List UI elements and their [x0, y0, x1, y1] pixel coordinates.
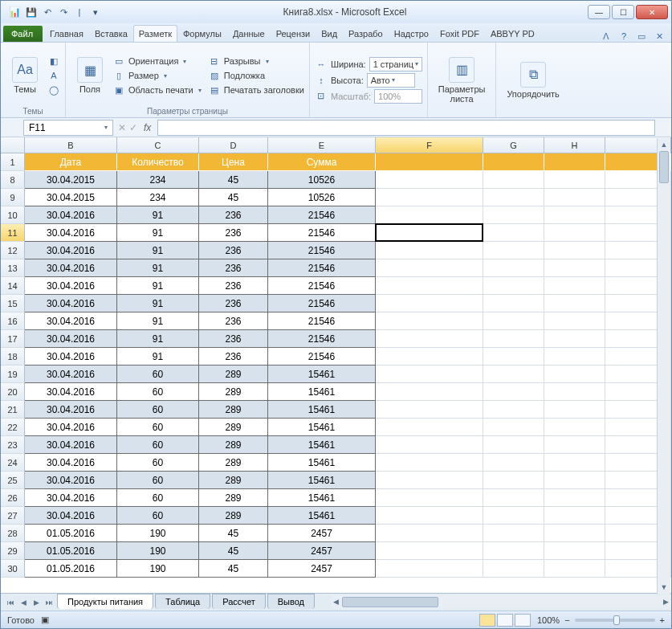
- fonts-button[interactable]: A: [47, 69, 60, 82]
- tab-addins[interactable]: Надстро: [389, 25, 434, 42]
- cell-empty[interactable]: [376, 277, 483, 295]
- cell[interactable]: 15461: [268, 489, 376, 507]
- sheet-tab[interactable]: Рассчет: [212, 594, 266, 609]
- cell-empty[interactable]: [483, 330, 544, 348]
- tab-data[interactable]: Данные: [227, 25, 271, 42]
- cell[interactable]: 91: [117, 348, 199, 366]
- maximize-button[interactable]: ☐: [612, 5, 634, 19]
- row-header[interactable]: 26: [1, 489, 25, 507]
- cell-empty[interactable]: [544, 436, 605, 454]
- name-box[interactable]: F11▾: [23, 120, 113, 136]
- redo-icon[interactable]: ↷: [57, 6, 70, 18]
- cell-empty[interactable]: [544, 366, 605, 383]
- row-header[interactable]: 16: [1, 312, 25, 330]
- header-date[interactable]: Дата: [25, 153, 117, 171]
- header-qty[interactable]: Количество: [117, 153, 199, 171]
- cell[interactable]: 289: [199, 489, 268, 507]
- cell[interactable]: 15461: [268, 401, 376, 419]
- breaks-button[interactable]: ⊟Разрывы▾: [208, 55, 304, 67]
- row-header[interactable]: 11: [1, 224, 25, 242]
- cell-empty[interactable]: [483, 171, 544, 189]
- cell[interactable]: 60: [117, 419, 199, 436]
- cell[interactable]: 30.04.2016: [25, 383, 117, 401]
- cell-empty[interactable]: [544, 472, 605, 489]
- cell-empty[interactable]: [376, 454, 483, 472]
- cell[interactable]: 2457: [268, 525, 376, 542]
- cell[interactable]: 21546: [268, 242, 376, 259]
- cell[interactable]: 2457: [268, 560, 376, 578]
- cell[interactable]: 45: [199, 542, 268, 560]
- cell-empty[interactable]: [376, 295, 483, 312]
- cell[interactable]: 45: [199, 525, 268, 542]
- page-layout-view-button[interactable]: [497, 614, 513, 627]
- cell[interactable]: 30.04.2016: [25, 401, 117, 419]
- themes-button[interactable]: Aa Темы: [6, 46, 44, 105]
- cell[interactable]: 30.04.2016: [25, 330, 117, 348]
- cell[interactable]: 234: [117, 171, 199, 189]
- cell[interactable]: 289: [199, 472, 268, 489]
- cell-empty[interactable]: [483, 259, 544, 277]
- cell[interactable]: 190: [117, 525, 199, 542]
- cell[interactable]: 60: [117, 472, 199, 489]
- cell-empty[interactable]: [544, 224, 605, 242]
- print-area-button[interactable]: ▣Область печати▾: [112, 84, 202, 96]
- cell-empty[interactable]: [544, 560, 605, 578]
- cell-empty[interactable]: [483, 560, 544, 578]
- width-select[interactable]: 1 страниц▾: [369, 57, 422, 71]
- cell[interactable]: 30.04.2016: [25, 472, 117, 489]
- cell-empty[interactable]: [376, 348, 483, 366]
- cell[interactable]: 236: [199, 242, 268, 259]
- cell-empty[interactable]: [544, 189, 605, 206]
- cell[interactable]: 236: [199, 330, 268, 348]
- cell[interactable]: 60: [117, 383, 199, 401]
- col-header-d[interactable]: D: [199, 137, 268, 153]
- cell-empty[interactable]: [376, 242, 483, 259]
- size-button[interactable]: ▯Размер▾: [112, 69, 202, 82]
- cell[interactable]: 30.04.2016: [25, 242, 117, 259]
- cell[interactable]: 21546: [268, 348, 376, 366]
- row-header[interactable]: 8: [1, 171, 25, 189]
- cell-empty[interactable]: [544, 153, 605, 171]
- cell[interactable]: 01.05.2016: [25, 525, 117, 542]
- cell[interactable]: 91: [117, 224, 199, 242]
- row-header[interactable]: 22: [1, 419, 25, 436]
- cell-empty[interactable]: [544, 242, 605, 259]
- tab-view[interactable]: Вид: [316, 25, 343, 42]
- cell[interactable]: 289: [199, 454, 268, 472]
- row-header[interactable]: 23: [1, 436, 25, 454]
- cell[interactable]: 91: [117, 277, 199, 295]
- cell[interactable]: 236: [199, 224, 268, 242]
- tab-home[interactable]: Главная: [44, 25, 89, 42]
- cell[interactable]: 289: [199, 401, 268, 419]
- cell-empty[interactable]: [544, 383, 605, 401]
- sheet-tab-active[interactable]: Продукты питания: [57, 594, 153, 609]
- cell[interactable]: 15461: [268, 383, 376, 401]
- cell-empty[interactable]: [544, 206, 605, 224]
- cell[interactable]: 236: [199, 348, 268, 366]
- zoom-out-button[interactable]: −: [564, 615, 569, 625]
- col-header-e[interactable]: E: [268, 137, 376, 153]
- cell-empty[interactable]: [483, 401, 544, 419]
- tab-abbyy[interactable]: ABBYY PD: [485, 25, 540, 42]
- cell-empty[interactable]: [376, 189, 483, 206]
- height-select[interactable]: Авто▾: [367, 73, 415, 88]
- undo-icon[interactable]: ↶: [41, 6, 54, 18]
- cell[interactable]: 10526: [268, 189, 376, 206]
- cell-empty[interactable]: [544, 171, 605, 189]
- cell[interactable]: 190: [117, 560, 199, 578]
- cell-empty[interactable]: [376, 330, 483, 348]
- cell[interactable]: 30.04.2016: [25, 348, 117, 366]
- cell-empty[interactable]: [483, 312, 544, 330]
- cell[interactable]: 15461: [268, 419, 376, 436]
- cell[interactable]: 91: [117, 242, 199, 259]
- cell[interactable]: 190: [117, 542, 199, 560]
- cell[interactable]: 289: [199, 366, 268, 383]
- zoom-thumb[interactable]: [613, 615, 620, 625]
- sheet-nav-first-icon[interactable]: ⏮: [4, 596, 17, 609]
- cell-empty[interactable]: [544, 348, 605, 366]
- cell-empty[interactable]: [376, 525, 483, 542]
- cell[interactable]: 30.04.2016: [25, 507, 117, 525]
- cell[interactable]: 30.04.2015: [25, 189, 117, 206]
- cell[interactable]: 21546: [268, 206, 376, 224]
- cell[interactable]: 21546: [268, 312, 376, 330]
